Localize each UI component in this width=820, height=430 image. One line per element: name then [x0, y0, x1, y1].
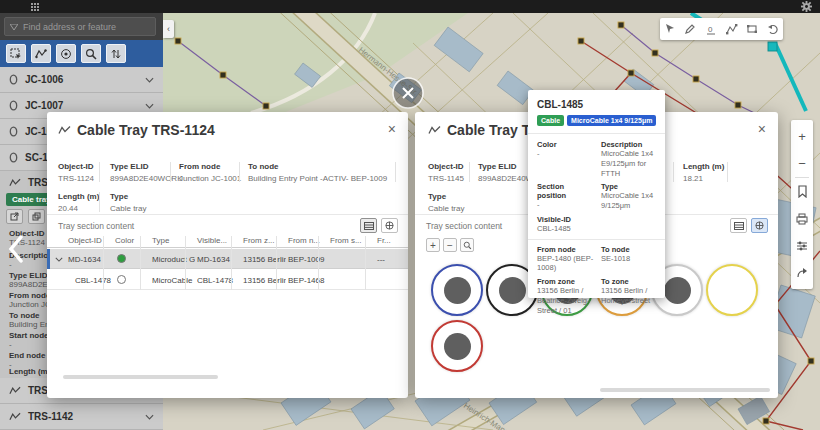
junction-icon — [9, 152, 18, 163]
table-view-button[interactable] — [730, 218, 747, 233]
chevron-down-icon[interactable] — [145, 103, 154, 109]
tray-section-content-label: Tray section content — [426, 221, 502, 231]
cable-tray-icon — [9, 386, 21, 395]
zoom-out-button[interactable]: − — [443, 238, 457, 252]
polyline-select-button[interactable] — [31, 44, 51, 63]
select-tool-icon[interactable] — [664, 23, 676, 35]
table-row-md-1634[interactable]: MD-1634 Microduct G... MD-1634 13156 Ber… — [47, 249, 408, 269]
area-select-button[interactable] — [6, 44, 26, 63]
field-object-id: Object-IDTRS-1124 — [58, 162, 94, 183]
cable-tray-icon — [9, 412, 21, 421]
cable-type-badge: MicroCable 1x4 9/125μm — [567, 115, 656, 126]
tray-section-content-label: Tray section content — [58, 221, 134, 231]
draw-tool-icon[interactable] — [684, 23, 696, 35]
search-filter-icon[interactable] — [10, 24, 18, 30]
cable-badge: Cable — [537, 115, 564, 126]
tooltip-title: CBL-1485 — [537, 99, 656, 110]
field-length: Length (m)20.44 — [58, 192, 99, 213]
junction-icon — [9, 74, 18, 85]
duct-color-dot — [117, 275, 126, 284]
zoom-in-button[interactable]: + — [426, 238, 440, 252]
cable-tray-icon — [58, 125, 71, 135]
search-input[interactable] — [23, 22, 143, 32]
table-horizontal-scrollbar[interactable] — [63, 375, 218, 379]
field-from-node: From nodeJunction JC-1001 — [179, 162, 241, 183]
field-object-id: Object-IDTRS-1145 — [428, 162, 464, 183]
previous-feature-chevron[interactable] — [6, 234, 26, 264]
map-edit-toolbar: 0 — [660, 18, 783, 40]
bookmark-icon[interactable] — [791, 178, 813, 205]
app-window: Hermann-Hesse-Str. Heinrich-Mann-Str. 0 … — [0, 0, 820, 430]
field-length: Length (m)18.21 — [683, 162, 724, 183]
svg-text:0: 0 — [708, 25, 713, 34]
field-type: TypeCable tray — [110, 192, 146, 213]
cable-tray-icon — [428, 125, 441, 135]
sidebar-collapse-button[interactable]: ‹ — [163, 20, 174, 38]
junction-icon — [9, 100, 18, 111]
close-icon[interactable]: × — [388, 121, 396, 137]
vertex-tool-icon[interactable]: 0 — [705, 23, 717, 35]
copy-button[interactable] — [28, 209, 45, 224]
polyline-tool-icon[interactable] — [725, 23, 738, 35]
open-external-button[interactable] — [6, 209, 23, 224]
sort-button[interactable] — [106, 44, 126, 63]
cross-section-horizontal-scrollbar[interactable] — [600, 388, 770, 392]
duct-circle-red[interactable] — [431, 320, 483, 372]
top-bar — [0, 0, 820, 13]
cross-section-view-button[interactable] — [751, 218, 768, 233]
target-button[interactable] — [56, 44, 76, 63]
cross-section-zoom-controls: + − — [426, 238, 474, 252]
row-expand-chevron-icon[interactable] — [55, 257, 63, 262]
tray-section-table: Object-ID Color Type Visible... From z..… — [47, 236, 408, 300]
duct-circle-blue[interactable] — [431, 264, 483, 316]
polygon-tool-icon[interactable] — [746, 23, 758, 35]
cross-section-view-button[interactable] — [381, 218, 398, 233]
dialog-title: Cable Tray TRS-1124 — [77, 122, 215, 138]
chevron-down-icon[interactable] — [145, 414, 154, 420]
map-nav-toolbar: + − — [791, 120, 813, 289]
field-to-node: To nodeBuilding Entry Point -ACTIV- BEP-… — [248, 162, 387, 183]
undo-tool-icon[interactable] — [767, 23, 779, 35]
table-view-button[interactable] — [360, 218, 377, 233]
app-launcher-icon[interactable] — [31, 3, 41, 11]
sidebar-toolbar — [0, 40, 163, 67]
field-type-elid: Type ELID899A8D2E40WORK — [110, 162, 182, 183]
search-row — [0, 13, 163, 40]
sidebar-item-jc-1006[interactable]: JC-1006 — [0, 67, 163, 93]
duct-color-dot — [117, 254, 126, 263]
zoom-search-button[interactable] — [81, 44, 101, 63]
table-row-cbl-1478[interactable]: CBL-1478 MicroCable ... CBL-1478 13156 B… — [47, 270, 408, 290]
share-icon[interactable] — [791, 259, 813, 286]
chevron-down-icon[interactable] — [145, 77, 154, 83]
field-type: TypeCable tray — [428, 192, 464, 213]
next-feature-chevron[interactable] — [750, 240, 770, 270]
zoom-reset-button[interactable] — [460, 238, 474, 252]
zoom-in-button[interactable]: + — [791, 123, 813, 150]
layers-settings-icon[interactable] — [791, 232, 813, 259]
cable-info-tooltip: CBL-1485 Cable MicroCable 1x4 9/125μm Co… — [528, 90, 665, 298]
duct-circle-yellow[interactable] — [706, 264, 758, 316]
zoom-out-button[interactable]: − — [791, 150, 813, 177]
close-icon[interactable]: × — [758, 121, 766, 137]
print-icon[interactable] — [791, 205, 813, 232]
search-box[interactable] — [4, 17, 156, 36]
junction-icon — [9, 126, 18, 137]
cable-tray-dialog-1: Cable Tray TRS-1124 × Object-IDTRS-1124 … — [47, 112, 408, 398]
sidebar-item-trs-1142[interactable]: TRS-1142 — [0, 404, 163, 430]
settings-gear-icon[interactable] — [801, 1, 812, 12]
cable-tray-icon — [9, 178, 21, 187]
selected-point-marker[interactable] — [393, 78, 423, 108]
